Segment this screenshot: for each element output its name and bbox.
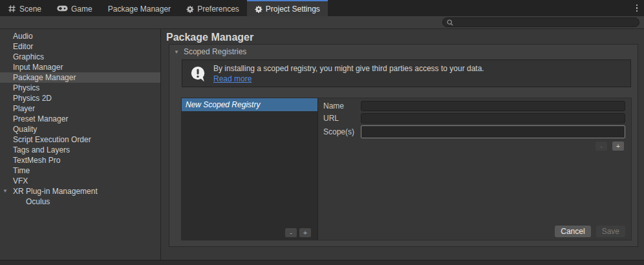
save-button[interactable]: Save (596, 226, 625, 237)
unity-window: Scene Game Package Manager Preferences P… (0, 0, 644, 265)
gamepad-icon (57, 5, 68, 12)
sidebar-item-xr-plugin-management[interactable]: ▼ XR Plug-in Management (0, 186, 160, 196)
scopes-field[interactable] (361, 125, 625, 138)
scoped-registries-foldout[interactable]: ▼ Scoped Registries (169, 45, 638, 59)
scene-grid-icon (8, 5, 16, 13)
sidebar-item-package-manager[interactable]: Package Manager (0, 72, 160, 83)
tab-label: Game (71, 5, 92, 14)
tab-preferences[interactable]: Preferences (178, 0, 247, 16)
remove-scope-button[interactable]: - (596, 142, 607, 151)
tab-game[interactable]: Game (49, 0, 100, 16)
sidebar-item-audio[interactable]: Audio (0, 31, 160, 41)
search-box[interactable] (442, 17, 639, 27)
tab-label: Package Manager (108, 5, 171, 14)
tab-label: Scene (19, 5, 41, 14)
sidebar-item-script-execution-order[interactable]: Script Execution Order (0, 134, 160, 145)
tab-label: Project Settings (266, 5, 320, 14)
sidebar-item-graphics[interactable]: Graphics (0, 52, 160, 62)
gear-icon (255, 5, 263, 13)
tab-project-settings[interactable]: Project Settings (247, 0, 328, 16)
kebab-menu-icon (636, 5, 638, 12)
search-input[interactable] (456, 19, 636, 26)
foldout-triangle-icon[interactable]: ▼ (3, 186, 8, 196)
section-title: Scoped Registries (184, 47, 246, 56)
sidebar-item-time[interactable]: Time (0, 165, 160, 176)
add-scope-button[interactable]: + (612, 142, 624, 151)
sidebar-item-preset-manager[interactable]: Preset Manager (0, 114, 160, 124)
url-field-label: URL (323, 114, 361, 123)
foldout-triangle-icon: ▼ (174, 49, 179, 55)
name-field[interactable] (361, 101, 625, 111)
scopes-field-label: Scope(s) (323, 127, 361, 136)
sidebar-item-quality[interactable]: Quality (0, 124, 160, 134)
remove-registry-button[interactable]: - (285, 228, 297, 237)
page-title: Package Manager (166, 32, 644, 43)
sidebar-item-oculus[interactable]: Oculus (0, 196, 160, 207)
settings-toolbar (0, 16, 644, 29)
speech-bubble-exclamation-icon (189, 65, 206, 82)
read-more-link[interactable]: Read more (213, 74, 252, 83)
gear-icon (186, 5, 194, 13)
settings-category-list: Audio Editor Graphics Input Manager Pack… (0, 29, 161, 260)
scoped-registry-editor: New Scoped Registry - + Name URL (181, 98, 632, 240)
window-menu-button[interactable] (630, 0, 644, 16)
registry-list: New Scoped Registry - + (182, 98, 318, 240)
cancel-button[interactable]: Cancel (555, 226, 590, 237)
sidebar-item-editor[interactable]: Editor (0, 41, 160, 52)
scoped-registry-warning: By installing a scoped registry, you mig… (182, 59, 631, 87)
registry-list-buttons: - + (285, 228, 311, 237)
scope-buttons: - + (323, 142, 624, 151)
sidebar-item-textmesh-pro[interactable]: TextMesh Pro (0, 155, 160, 165)
scoped-registries-section: ▼ Scoped Registries By installing a scop (169, 44, 638, 247)
form-action-buttons: Cancel Save (555, 226, 625, 237)
tab-bar-spacer (328, 0, 630, 16)
registry-list-item[interactable]: New Scoped Registry (182, 98, 317, 111)
registry-form: Name URL Scope(s) - + (318, 98, 631, 240)
tab-scene[interactable]: Scene (0, 0, 49, 16)
window-tab-bar: Scene Game Package Manager Preferences P… (0, 0, 644, 16)
tab-package-manager[interactable]: Package Manager (100, 0, 178, 16)
sidebar-item-physics[interactable]: Physics (0, 83, 160, 93)
warning-message: By installing a scoped registry, you mig… (213, 63, 484, 74)
sidebar-item-physics-2d[interactable]: Physics 2D (0, 93, 160, 103)
add-registry-button[interactable]: + (299, 228, 311, 237)
window-bottom-edge (0, 260, 644, 265)
sidebar-item-player[interactable]: Player (0, 103, 160, 114)
sidebar-item-input-manager[interactable]: Input Manager (0, 62, 160, 72)
package-manager-settings-panel: Package Manager ▼ Scoped Registries (161, 29, 644, 260)
tab-label: Preferences (197, 5, 239, 14)
name-field-label: Name (323, 101, 361, 111)
url-field[interactable] (361, 113, 625, 123)
sidebar-item-vfx[interactable]: VFX (0, 176, 160, 186)
sidebar-item-tags-and-layers[interactable]: Tags and Layers (0, 145, 160, 155)
magnifier-icon (446, 19, 454, 26)
